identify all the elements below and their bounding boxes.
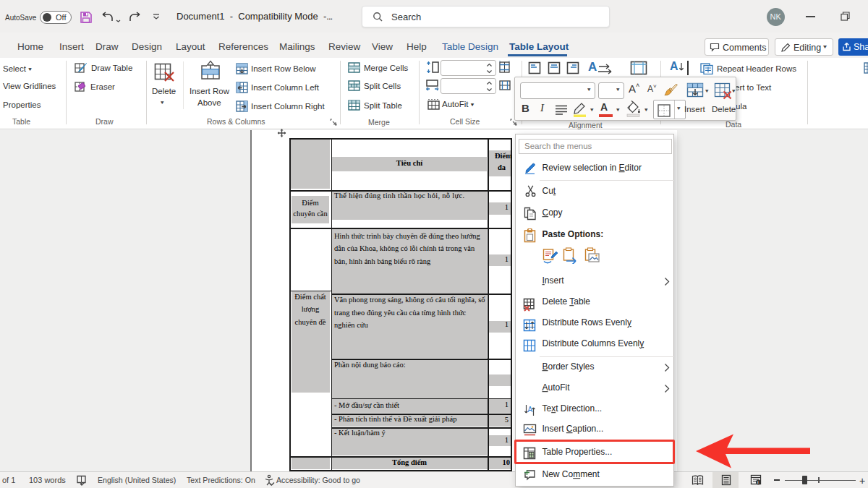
svg-text:A: A (528, 406, 533, 414)
